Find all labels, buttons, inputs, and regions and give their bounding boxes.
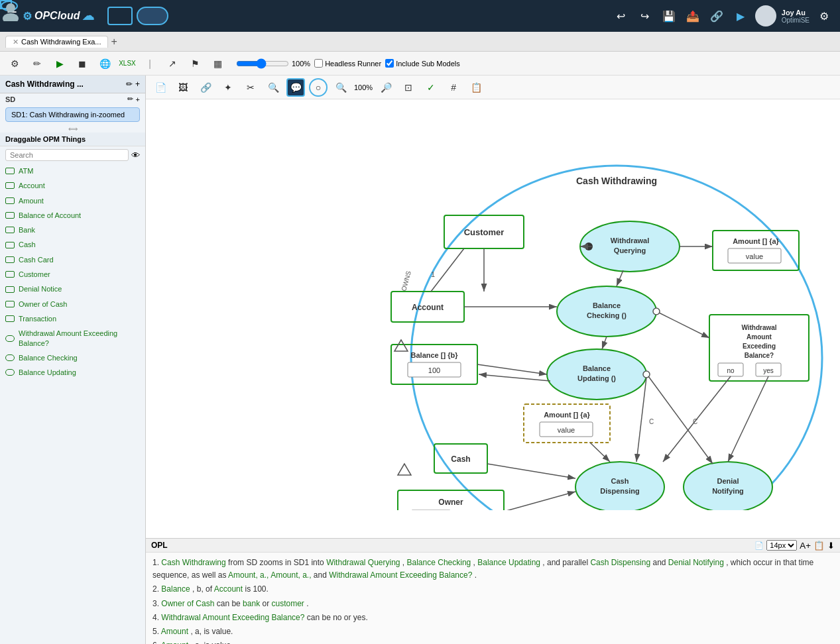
diag-circle-button[interactable]: ○: [309, 78, 328, 97]
opl-link-cash-withdrawing[interactable]: Cash Withdrawing: [161, 558, 225, 567]
opl-icon3-button[interactable]: ⬇: [827, 541, 835, 551]
opl-link-withdrawal-querying[interactable]: Withdrawal Querying: [326, 558, 400, 567]
rect-tool-button[interactable]: [107, 7, 133, 25]
diag-link2-button[interactable]: 🔗: [196, 78, 215, 97]
diagram-canvas[interactable]: Cash Withdrawing Customer Account Balanc…: [146, 99, 840, 538]
thing-item[interactable]: Bank: [0, 223, 145, 237]
svg-line-87: [728, 376, 768, 462]
thing-item[interactable]: Transaction: [0, 311, 145, 326]
thing-item[interactable]: Customer: [0, 267, 145, 282]
diag-export-button[interactable]: 📄: [151, 78, 170, 97]
opl-link-owner[interactable]: Owner of Cash: [161, 599, 214, 608]
save-button[interactable]: 💾: [660, 7, 678, 25]
tab-close-button[interactable]: ✕: [13, 38, 19, 46]
diag-zoom-button[interactable]: 🔍: [264, 78, 282, 97]
tab-bar: ✕ Cash Withdrawing Exa... +: [0, 32, 840, 52]
opl-link-amount-a4[interactable]: Amount: [161, 641, 188, 644]
undo-button[interactable]: ↩: [612, 7, 630, 25]
opl-link-amount-a1[interactable]: Amount, a.,: [228, 570, 269, 580]
diag-doc-button[interactable]: 📋: [467, 78, 485, 97]
opl-link-withdrawal-exceeding2[interactable]: Withdrawal Amount Exceeding Balance?: [161, 613, 304, 622]
opl-export-button[interactable]: 📄: [754, 541, 764, 550]
opl-link-balance-updating[interactable]: Balance Updating: [477, 558, 540, 567]
thing-item[interactable]: Owner of Cash: [0, 297, 145, 311]
export-button[interactable]: 📤: [684, 7, 702, 25]
thing-label: Amount: [19, 196, 44, 205]
link-button[interactable]: 🔗: [707, 7, 726, 25]
thing-item[interactable]: Cash: [0, 237, 145, 252]
opl-link-customer2[interactable]: customer: [272, 599, 304, 608]
resize-handle[interactable]: ⟺: [0, 125, 145, 133]
opl-icon2-button[interactable]: 📋: [813, 541, 825, 551]
visibility-toggle-button[interactable]: 👁: [131, 150, 140, 160]
diag-search2-button[interactable]: 🔍: [331, 78, 350, 97]
thing-item[interactable]: Amount: [0, 193, 145, 208]
diag-scissors-button[interactable]: ✂: [241, 78, 260, 97]
thing-item[interactable]: Denial Notice: [0, 282, 145, 296]
thing-item[interactable]: Cash Card: [0, 252, 145, 267]
opl-title: OPL: [151, 541, 168, 550]
flag-tool-button[interactable]: ⚑: [186, 54, 204, 73]
opl-font-size-select[interactable]: 14px12px16px: [766, 540, 797, 551]
thing-item[interactable]: Balance Checking: [0, 350, 145, 365]
opl-link-amount-a3[interactable]: Amount: [161, 627, 188, 636]
rect-icon: [5, 256, 15, 263]
sd-item[interactable]: SD1: Cash Withdrawing in-zoomed: [5, 107, 140, 122]
opl-link-withdrawal-exceeding[interactable]: Withdrawal Amount Exceeding Balance?: [329, 570, 472, 580]
thing-item[interactable]: Balance of Account: [0, 208, 145, 223]
oval-tool-button[interactable]: [137, 7, 168, 25]
headless-runner-checkbox[interactable]: [314, 59, 323, 68]
globe-tool-button[interactable]: 🌐: [95, 54, 114, 73]
opl-link-balance-checking[interactable]: Balance Checking: [407, 558, 471, 567]
svg-line-83: [590, 443, 610, 462]
panel-edit-button[interactable]: ✏: [126, 80, 133, 89]
svg-text:Balance: Balance: [593, 301, 621, 309]
settings-tool-button[interactable]: ⚙: [5, 54, 24, 73]
opl-link-amount-a2[interactable]: Amount, a.,: [270, 570, 311, 580]
thing-item[interactable]: ATM: [0, 164, 145, 178]
sd-edit-button[interactable]: ✏: [127, 95, 133, 103]
thing-item[interactable]: Withdrawal Amount Exceeding Balance?: [0, 326, 145, 350]
opl-link-balance-b[interactable]: Balance: [161, 584, 190, 594]
edit-tool-button[interactable]: ✏: [28, 54, 46, 73]
diag-check-button[interactable]: ✓: [422, 78, 440, 97]
arrow-tool-button[interactable]: ↗: [163, 54, 182, 73]
diag-fit-button[interactable]: ⊡: [399, 78, 418, 97]
svg-line-69: [617, 270, 623, 286]
svg-line-74: [477, 364, 547, 374]
opl-link-account2[interactable]: Account: [214, 584, 243, 594]
redo-button[interactable]: ↪: [636, 7, 654, 25]
thing-item[interactable]: Account: [0, 178, 145, 193]
svg-marker-63: [398, 464, 411, 475]
xlsx-tool-button[interactable]: XLSX: [118, 54, 137, 73]
sd-add-button[interactable]: +: [136, 95, 140, 103]
diag-zoom-out-button[interactable]: 🔎: [377, 78, 395, 97]
svg-text:Cash Withdrawing: Cash Withdrawing: [576, 176, 657, 186]
active-tab[interactable]: ✕ Cash Withdrawing Exa...: [5, 36, 108, 48]
zoom-slider[interactable]: [236, 58, 289, 69]
stop-tool-button[interactable]: ◼: [73, 54, 91, 73]
settings-icon[interactable]: ⚙: [815, 7, 833, 25]
opl-icon1-button[interactable]: A+: [800, 541, 811, 551]
diag-image-button[interactable]: 🖼: [174, 78, 192, 97]
diag-comment-button[interactable]: 💬: [286, 78, 305, 97]
thing-label: Balance Updating: [19, 368, 76, 377]
include-sub-models-checkbox[interactable]: [385, 59, 394, 68]
opl-link-bank[interactable]: bank: [243, 599, 260, 608]
table-tool-button[interactable]: ▦: [208, 54, 227, 73]
run-button[interactable]: ▶: [731, 7, 750, 25]
play-tool-button[interactable]: ▶: [50, 54, 69, 73]
opl-link-cash-dispensing[interactable]: Cash Dispensing: [590, 558, 650, 567]
oval-icon: [5, 335, 15, 342]
thing-item[interactable]: Balance Updating: [0, 365, 145, 380]
thing-label: Transaction: [19, 314, 56, 323]
opl-link-denial-notifying[interactable]: Denial Notifying: [668, 558, 724, 567]
add-tab-button[interactable]: +: [111, 36, 117, 48]
diag-grid-button[interactable]: #: [444, 78, 463, 97]
panel-add-button[interactable]: +: [135, 80, 140, 89]
thing-label: Balance of Account: [19, 211, 81, 220]
separator-tool: |: [141, 54, 159, 73]
search-input[interactable]: [5, 149, 129, 161]
svg-text:Exceeding: Exceeding: [743, 343, 776, 350]
diag-star-button[interactable]: ✦: [219, 78, 237, 97]
